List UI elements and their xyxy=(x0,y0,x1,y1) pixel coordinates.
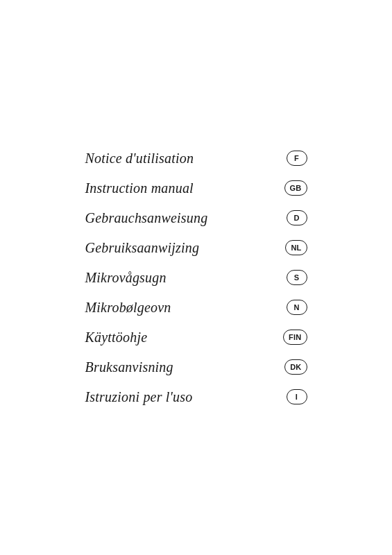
manual-title: Mikrovågsugn xyxy=(85,270,167,286)
list-item[interactable]: Instruction manualGB xyxy=(85,173,307,203)
language-code: S xyxy=(294,273,300,282)
language-code: FIN xyxy=(289,333,301,341)
list-item[interactable]: Istruzioni per l'usoI xyxy=(85,382,307,412)
manual-title: Gebrauchsanweisung xyxy=(85,210,208,226)
list-item[interactable]: GebruiksaanwijzingNL xyxy=(85,233,307,263)
language-badge: F xyxy=(287,151,307,166)
language-code: I xyxy=(296,393,298,401)
list-item[interactable]: KäyttöohjeFIN xyxy=(85,323,307,352)
language-badge: I xyxy=(287,389,307,404)
language-code: D xyxy=(293,214,299,222)
language-badge: N xyxy=(287,300,307,315)
language-badge: D xyxy=(287,210,307,225)
manual-title: Istruzioni per l'uso xyxy=(85,389,193,405)
language-badge: GB xyxy=(284,180,307,196)
language-badge: DK xyxy=(284,359,307,375)
language-code: GB xyxy=(290,184,302,192)
language-badge: NL xyxy=(285,240,307,255)
manual-title: Gebruiksaanwijzing xyxy=(85,240,200,256)
language-code: NL xyxy=(291,244,301,252)
language-badge: FIN xyxy=(283,330,307,345)
page: Notice d'utilisationFInstruction manualG… xyxy=(0,0,392,555)
language-badge: S xyxy=(287,270,307,285)
manual-title: Mikrobølgeovn xyxy=(85,300,171,316)
manual-title: Instruction manual xyxy=(85,180,194,196)
language-code: N xyxy=(293,303,299,311)
manual-title: Käyttöohje xyxy=(85,330,148,345)
manual-list: Notice d'utilisationFInstruction manualG… xyxy=(85,130,307,426)
language-code: DK xyxy=(290,363,301,371)
list-item[interactable]: BruksanvisningDK xyxy=(85,352,307,382)
list-item[interactable]: GebrauchsanweisungD xyxy=(85,203,307,233)
language-code: F xyxy=(294,154,299,162)
manual-title: Notice d'utilisation xyxy=(85,151,194,166)
list-item[interactable]: MikrovågsugnS xyxy=(85,263,307,293)
manual-title: Bruksanvisning xyxy=(85,359,173,375)
list-item[interactable]: Notice d'utilisationF xyxy=(85,144,307,173)
list-item[interactable]: MikrobølgeovnN xyxy=(85,293,307,323)
